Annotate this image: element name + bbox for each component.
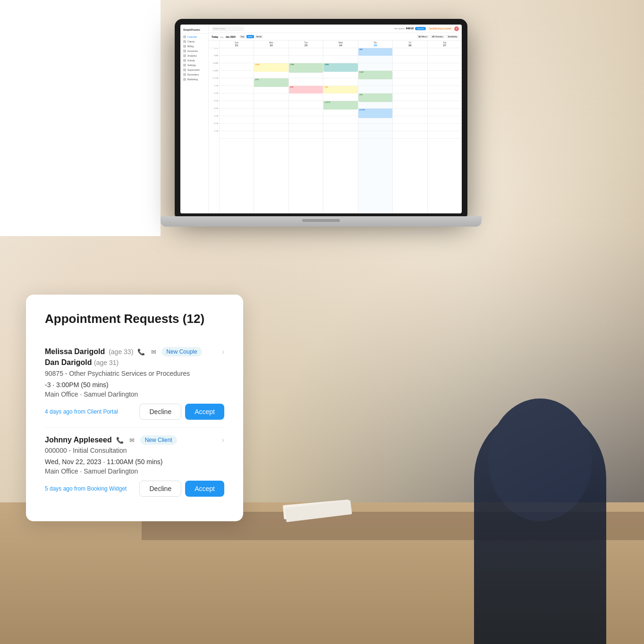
time-9am: 9 AM [209,54,219,62]
cal-event[interactable]: 1PM [254,78,288,87]
cal-event[interactable]: 3:30PM [323,101,357,110]
cal-event[interactable]: 3PM [358,93,392,102]
cal-event[interactable]: 8AM [358,48,392,56]
person-silhouette [474,408,606,644]
request-1-buttons: Decline Accept [139,404,224,420]
day-col-wed[interactable]: 10AM 2PM 3:30PM [323,48,357,213]
cal-event[interactable]: 4:30PM [358,109,392,118]
chevron-right-2[interactable]: › [222,436,224,444]
sidebar-item-settings[interactable]: Settings [180,63,208,68]
sp-sidebar: SimplePractice Calendar Clients Billing [180,25,209,213]
est-income-label: Est. Income [395,27,405,30]
filter-clinicians[interactable]: All Clinicians [430,35,445,38]
request-2-header: Johnny Appleseed 📞 ✉ New Client › [45,435,224,445]
time-7pm: 7 PM [209,130,219,137]
day-col-sun[interactable] [219,48,254,213]
time-8am: 8 AM [209,48,219,54]
upgrade-button[interactable]: Upgrade [415,27,426,30]
client-name-1b[interactable]: Dan Darigold (age 31) [45,358,224,367]
client-age-1b: (age 31) [94,359,119,366]
appointment-requests-card: Appointment Requests (12) Melissa Darigo… [26,295,243,521]
sidebar-item-supervision[interactable]: Supervision [180,68,208,72]
request-meta-2: 5 days ago from Booking Widget [45,485,127,492]
calendar-icon [183,35,186,38]
marketing-icon [183,78,186,81]
email-icon-1: ✉ [149,347,158,356]
source-link-2[interactable]: Booking Widget [87,485,127,492]
email-icon-2: ✉ [128,436,136,444]
request-2-footer: 5 days ago from Booking Widget Decline A… [45,481,224,497]
insurance-icon [183,50,186,52]
cal-event[interactable]: 2PM [323,86,357,93]
filter-offices[interactable]: All Offices [417,35,429,38]
new-client-tag-2: New Client [140,435,177,445]
accept-button-2[interactable]: Accept [185,481,224,497]
user-avatar[interactable]: A [454,26,459,31]
client-name-1[interactable]: Melissa Darigold [45,347,105,356]
next-week-button[interactable]: › [222,35,223,38]
trial-banner[interactable]: Get $100 off your next bill [427,27,453,30]
sidebar-item-reminders[interactable]: Reminders [180,72,208,77]
sidebar-item-billing[interactable]: Billing [180,44,208,49]
request-1-header: Melissa Darigold (age 33) 📞 ✉ New Couple… [45,347,224,356]
request-item-1: Melissa Darigold (age 33) 📞 ✉ New Couple… [45,339,224,428]
sidebar-item-analytics[interactable]: Analytics [180,53,208,58]
time-1pm: 1 PM [209,85,219,92]
supervision-icon [183,68,186,71]
appointment-time-2: Wed, Nov 22, 2023 · 11:00AM (50 mins) [45,458,224,466]
phone-icon-2: 📞 [116,436,124,444]
sp-calendar-toolbar: Today ‹ › Jan 2024 Day Week Month All Of… [209,33,462,41]
week-view-btn[interactable]: Week [246,35,254,38]
sp-search-box[interactable]: Search clients [212,26,245,31]
time-3pm: 3 PM [209,100,219,107]
appointment-location-2: Main Office · Samuel Darlington [45,467,224,475]
requests-card-title: Appointment Requests (12) [45,312,224,326]
decline-button-1[interactable]: Decline [139,404,181,420]
time-12pm: 12 PM [209,77,219,85]
sidebar-item-marketing[interactable]: Marketing [180,77,208,82]
time-4pm: 4 PM [209,107,219,115]
time-11am: 11 AM [209,69,219,77]
day-col-mon[interactable]: 10AM 1PM [254,48,288,213]
sidebar-item-insurance[interactable]: Insurance [180,49,208,53]
accept-button-1[interactable]: Accept [185,404,224,420]
day-header-mon: Mon 22 [254,41,288,48]
sp-top-header: Search clients Est. Income $400.00 Upgra… [209,25,462,33]
day-view-btn[interactable]: Day [239,35,246,38]
laptop-base [161,216,482,227]
calendar-day-headers: Sun 21 Mon 22 Tue 23 [209,41,462,48]
service-code-1: 90875 - Other Psychiatric Services or Pr… [45,370,224,377]
time-6pm: 6 PM [209,122,219,130]
today-button[interactable]: Today [212,35,218,38]
day-col-sat[interactable] [427,48,462,213]
calendar-days-body: 10AM 1PM 10AM [219,48,462,213]
source-link-1[interactable]: Client Portal [87,408,118,415]
day-col-fri[interactable] [392,48,427,213]
client-name-2[interactable]: Johnny Appleseed [45,436,112,444]
laptop-screen-inner: SimplePractice Calendar Clients Billing [180,25,462,213]
appointment-location-1: Main Office · Samuel Darlington [45,390,224,398]
sidebar-item-clients[interactable]: Clients [180,39,208,44]
day-col-tue[interactable]: 10AM 2PM [288,48,323,213]
cal-event[interactable]: 10AM [254,63,288,72]
request-item-2: Johnny Appleseed 📞 ✉ New Client › 000000… [45,428,224,504]
laptop-screen-outer: SimplePractice Calendar Clients Billing [175,19,467,217]
request-2-buttons: Decline Accept [139,481,224,497]
cal-event[interactable]: 11AM [358,71,392,79]
prev-week-button[interactable]: ‹ [220,35,221,38]
filter-availability[interactable]: Availability [446,35,459,38]
clients-icon [183,40,186,43]
phone-icon-1: 📞 [137,347,145,356]
cal-event[interactable]: 2PM [289,86,323,93]
calendar-nav: Today ‹ › Jan 2024 [212,35,236,38]
cal-event[interactable]: 10AM [323,63,357,72]
chevron-right-1[interactable]: › [222,347,224,356]
cal-event[interactable]: 10AM [289,63,323,73]
day-col-thu[interactable]: 8AM 11AM 3PM 4:30PM [358,48,392,213]
sidebar-item-activity[interactable]: Activity [180,58,208,63]
decline-button-2[interactable]: Decline [139,481,181,497]
white-corner [0,0,161,236]
sp-calendar-grid: Sun 21 Mon 22 Tue 23 [209,41,462,213]
sidebar-item-calendar[interactable]: Calendar [180,34,208,39]
month-view-btn[interactable]: Month [255,35,263,38]
